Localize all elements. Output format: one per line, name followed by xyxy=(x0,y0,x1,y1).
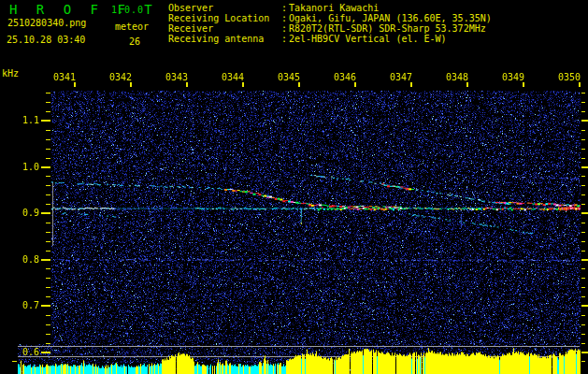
freq-tick-minor-right xyxy=(581,204,585,205)
time-axis-label: 0348 xyxy=(445,72,469,82)
freq-tick-major-right xyxy=(581,352,588,353)
station-info-label: Receiver xyxy=(168,23,281,34)
freq-tick-minor-right xyxy=(581,278,585,279)
app-version: 1.0.0 xyxy=(111,5,144,15)
time-axis-label: 0343 xyxy=(165,72,189,82)
time-axis-label: 0345 xyxy=(277,72,301,82)
time-axis-tick xyxy=(186,82,188,87)
station-info-separator: : xyxy=(281,13,289,23)
station-info-row: Receiving antenna:2el-HB9CV Vertical (el… xyxy=(168,34,492,44)
station-info-value: R820T2(RTL-SDR) SDR-Sharp 53.372MHz xyxy=(289,23,486,34)
freq-axis-unit-label: kHz xyxy=(2,68,19,79)
station-info-row: Observer:Takanori Kawachi xyxy=(168,3,492,13)
time-axis-label: 0350 xyxy=(557,72,581,82)
spectrogram-canvas xyxy=(18,91,581,374)
freq-tick-minor-right xyxy=(581,251,585,252)
station-info-label: Receiving antenna xyxy=(168,34,281,44)
freq-tick-minor-right xyxy=(581,287,585,288)
time-axis-label: 0347 xyxy=(389,72,413,82)
freq-tick-minor-right xyxy=(581,343,585,344)
freq-tick-minor-right xyxy=(581,176,585,177)
freq-tick-minor-right xyxy=(581,102,585,103)
freq-tick-minor-right xyxy=(581,361,585,362)
capture-filename: 2510280340.png xyxy=(7,18,86,28)
time-axis-label: 0341 xyxy=(52,72,77,82)
time-axis-label: 0344 xyxy=(221,72,245,82)
station-info-separator: : xyxy=(281,3,289,13)
freq-tick-minor-right xyxy=(581,158,585,159)
station-info-separator: : xyxy=(281,34,289,44)
freq-tick-minor-right xyxy=(581,185,585,186)
freq-tick-major-right xyxy=(581,212,588,214)
freq-tick-minor-right xyxy=(581,324,585,325)
time-axis-label: 0342 xyxy=(108,72,133,82)
station-info-row: Receiver:R820T2(RTL-SDR) SDR-Sharp 53.37… xyxy=(168,23,492,34)
freq-tick-major-right xyxy=(581,120,588,122)
freq-tick-major-right xyxy=(581,166,588,168)
time-axis-tick xyxy=(242,82,244,87)
station-info-label: Observer xyxy=(168,3,281,13)
capture-datetime: 25.10.28 03:40 xyxy=(7,35,85,45)
freq-tick-major-right xyxy=(581,259,588,261)
time-axis-label: 0346 xyxy=(333,72,357,82)
freq-tick-minor-right xyxy=(581,111,585,112)
freq-tick-minor-right xyxy=(581,93,585,94)
hrofft-screen: H R O F F T 1.0.0 2510280340.png meteor … xyxy=(0,0,588,374)
freq-tick-minor-right xyxy=(581,149,585,150)
time-axis-tick xyxy=(74,82,76,87)
time-axis-tick xyxy=(579,82,581,87)
time-axis-label: 0349 xyxy=(501,72,525,82)
capture-mode-label: meteor xyxy=(115,22,149,32)
freq-tick-minor-right xyxy=(581,223,585,223)
echo-count: 26 xyxy=(129,36,140,47)
freq-tick-minor-right xyxy=(581,139,585,140)
freq-tick-minor-right xyxy=(581,334,585,335)
freq-tick-minor-right xyxy=(581,296,585,297)
freq-tick-minor-right xyxy=(581,232,585,233)
station-info: Observer:Takanori Kawachi Receiving Loca… xyxy=(168,3,492,44)
freq-tick-minor-left xyxy=(12,361,17,362)
station-info-value: Takanori Kawachi xyxy=(289,3,379,13)
freq-tick-minor-right xyxy=(581,130,585,131)
station-info-value: Ogaki, Gifu, JAPAN (136.60E, 35.35N) xyxy=(289,13,492,23)
freq-tick-minor-right xyxy=(581,268,585,269)
time-axis-tick xyxy=(410,82,412,87)
time-axis-tick xyxy=(298,82,300,87)
station-info-value: 2el-HB9CV Vertical (el. E-W) xyxy=(289,34,447,44)
time-axis-tick xyxy=(130,82,132,87)
time-axis-tick xyxy=(523,82,524,87)
freq-tick-minor-right xyxy=(581,194,585,195)
freq-tick-minor-right xyxy=(581,315,585,316)
freq-tick-major-right xyxy=(581,305,588,307)
time-axis-tick xyxy=(466,82,468,87)
station-info-label: Receiving Location xyxy=(168,13,281,23)
time-axis-tick xyxy=(354,82,356,87)
station-info-row: Receiving Location:Ogaki, Gifu, JAPAN (1… xyxy=(168,13,492,23)
freq-tick-minor-right xyxy=(581,241,585,242)
station-info-separator: : xyxy=(281,23,289,34)
